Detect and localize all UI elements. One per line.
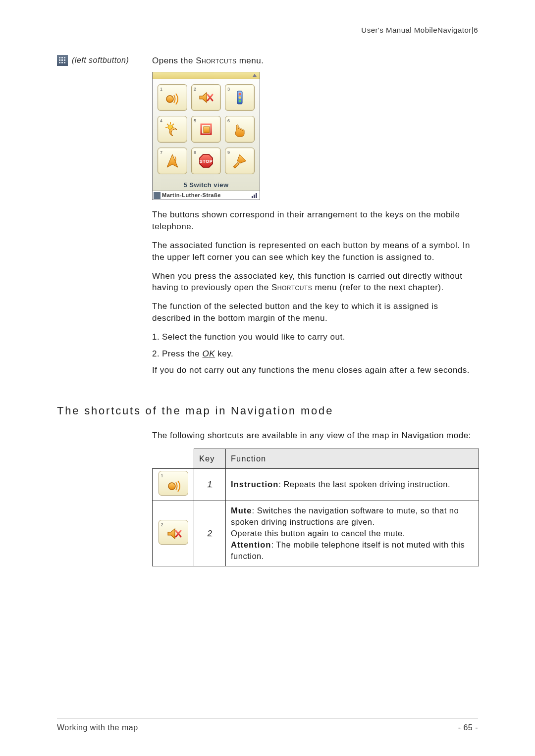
table-row: 1 1 Instruction: Repeats the last spoken… [153,468,479,501]
section2-intro: The following shortcuts are available in… [152,430,478,442]
svg-rect-22 [64,59,65,61]
page-header: User's Manual MobileNavigator|6 [57,25,478,35]
svg-rect-20 [59,59,60,61]
paragraph-5: If you do not carry out any functions th… [152,364,478,376]
svg-rect-21 [61,59,63,61]
shortcut-8-stop-icon: 8 [191,148,221,174]
shortcut-9-trowel-icon: 9 [225,148,255,174]
paragraph-3: When you press the associated key, this … [152,270,478,294]
softbutton-label: (left softbutton) [72,55,129,66]
shortcut-1-speak-icon: 1 [158,84,187,111]
svg-rect-23 [59,62,60,63]
shortcut-4-daynight-icon: 4 [158,116,187,143]
shortcuts-table: Key Function 1 1 Instruction: Repeats th… [152,449,479,567]
col-function: Function [226,449,479,468]
instruction-icon: 1 [159,471,188,496]
left-softbutton-block: (left softbutton) [57,55,146,66]
shortcut-5-view-icon: 5 [191,116,221,143]
footer-page-number: - 65 - [458,722,478,733]
selected-shortcut-label: 5 Switch view [153,179,260,191]
grid-icon [57,55,68,66]
step-2: 2.Press the OK key. [152,348,478,360]
col-key: Key [194,449,226,468]
shortcut-7-north-icon: 7 [158,148,187,174]
opens-text: Opens the Shortcuts menu. [152,55,264,67]
svg-rect-25 [64,62,65,63]
key-1: 1 [194,468,226,501]
svg-rect-19 [64,57,65,58]
section-heading: The shortcuts of the map in Navigation m… [57,403,478,419]
shortcut-3-route-icon: 3 [225,84,255,111]
svg-rect-18 [61,57,63,58]
footer-left: Working with the map [57,722,138,733]
function-2: Mute: Switches the navigation software t… [226,501,479,566]
shortcuts-screenshot: 1 2 3 4 5 6 7 8 9 5 Switch view Martin-L… [152,72,260,201]
shortcut-6-poi-icon: 6 [225,116,255,143]
svg-rect-24 [61,62,63,63]
table-row: 2 2 Mute: Switches the navigation softwa… [153,501,479,566]
step-1: 1.Select the function you would like to … [152,331,478,343]
key-2: 2 [194,501,226,566]
mute-icon: 2 [159,520,188,545]
shortcut-2-mute-icon: 2 [191,84,221,111]
svg-rect-17 [59,57,60,58]
paragraph-2: The associated function is represented o… [152,240,478,263]
function-1: Instruction: Repeats the last spoken dri… [226,468,479,501]
status-bar: Martin-Luther-Straße [153,191,260,200]
paragraph-4: The function of the selected button and … [152,301,478,324]
paragraph-1: The buttons shown correspond in their ar… [152,209,478,233]
